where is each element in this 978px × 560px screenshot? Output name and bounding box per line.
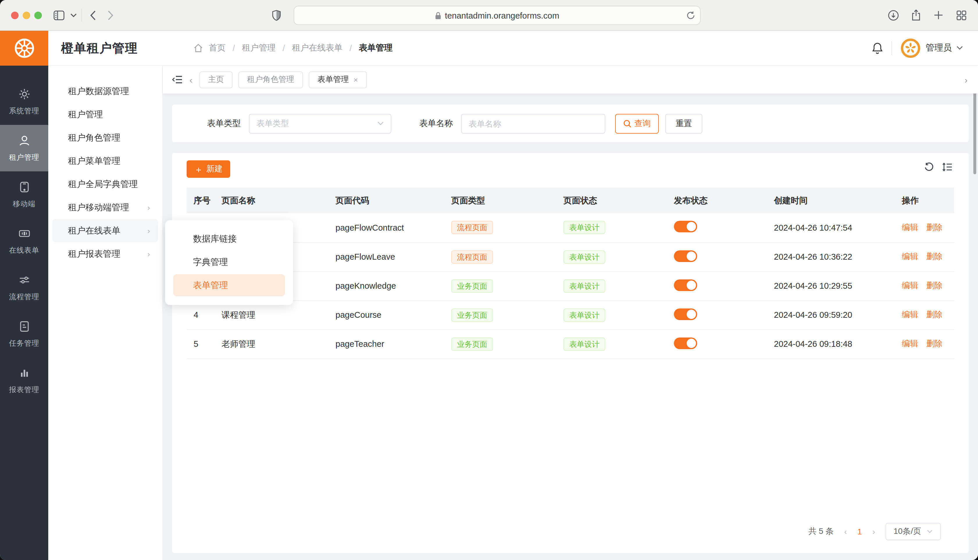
chevron-right-icon: › bbox=[147, 250, 150, 258]
table-header-row: 序号 页面名称 页面代码 页面类型 页面状态 发布状态 创建时间 操作 bbox=[187, 188, 954, 213]
total-count: 共 5 条 bbox=[809, 526, 834, 537]
sidebar-toggle-icon[interactable] bbox=[50, 7, 67, 24]
chevron-down-icon bbox=[927, 530, 933, 533]
home-icon bbox=[194, 43, 203, 53]
rail-item-mobile[interactable]: 移动端 bbox=[0, 172, 48, 218]
reload-icon[interactable] bbox=[687, 11, 695, 20]
flyout-item-dictionary[interactable]: 字典管理 bbox=[173, 251, 285, 273]
zoom-window-button[interactable] bbox=[34, 11, 42, 19]
edit-link[interactable]: 编辑 bbox=[902, 281, 918, 290]
publish-toggle[interactable] bbox=[674, 308, 697, 320]
edit-link[interactable]: 编辑 bbox=[902, 339, 918, 348]
col-page-type: 页面类型 bbox=[444, 188, 557, 213]
delete-link[interactable]: 删除 bbox=[926, 222, 943, 232]
forward-button[interactable] bbox=[102, 7, 119, 24]
rail-item-workflow[interactable]: 流程管理 bbox=[0, 264, 48, 311]
next-page-icon[interactable]: › bbox=[873, 527, 875, 536]
delete-link[interactable]: 删除 bbox=[926, 339, 943, 348]
breadcrumb: 首页 / 租户管理 / 租户在线表单 / 表单管理 bbox=[194, 42, 393, 53]
forms-table: 序号 页面名称 页面代码 页面类型 页面状态 发布状态 创建时间 操作 bbox=[187, 188, 954, 359]
rail-item-tenant[interactable]: 租户管理 bbox=[0, 125, 48, 172]
breadcrumb-item[interactable]: 首页 bbox=[209, 42, 226, 53]
breadcrumb-item[interactable]: 租户管理 bbox=[242, 42, 276, 53]
downloads-icon[interactable] bbox=[884, 7, 902, 24]
form-type-select[interactable]: 表单类型 bbox=[249, 113, 391, 133]
sidebar-item-roles[interactable]: 租户角色管理 bbox=[52, 126, 158, 149]
tabs-scroll-right-icon[interactable]: › bbox=[965, 75, 968, 85]
share-icon[interactable] bbox=[907, 7, 925, 24]
current-page[interactable]: 1 bbox=[858, 527, 862, 536]
close-tab-icon[interactable]: × bbox=[354, 75, 358, 84]
toolbar-divider bbox=[81, 9, 82, 22]
close-window-button[interactable] bbox=[11, 11, 18, 19]
minimize-window-button[interactable] bbox=[23, 11, 30, 19]
page-type-tag: 业务页面 bbox=[451, 308, 493, 322]
publish-toggle[interactable] bbox=[674, 221, 697, 233]
tab-home[interactable]: 主页 bbox=[199, 71, 232, 88]
app-logo[interactable] bbox=[0, 30, 48, 65]
privacy-shield-icon[interactable] bbox=[272, 10, 281, 21]
desktop-background: tenantadmin.orangeforms.com bbox=[0, 0, 978, 560]
flyout-item-form-management[interactable]: 表单管理 bbox=[173, 274, 285, 296]
col-created-time: 创建时间 bbox=[767, 188, 895, 213]
sidebar-item-report-mgmt[interactable]: 租户报表管理› bbox=[52, 242, 158, 265]
delete-link[interactable]: 删除 bbox=[926, 281, 943, 290]
chevron-down-icon bbox=[377, 122, 384, 125]
page-status-tag: 表单设计 bbox=[563, 250, 605, 263]
delete-link[interactable]: 删除 bbox=[926, 252, 943, 261]
back-button[interactable] bbox=[84, 7, 102, 24]
new-tab-icon[interactable] bbox=[930, 7, 947, 24]
sidebar-item-mobile-mgmt[interactable]: 租户移动端管理› bbox=[52, 196, 158, 219]
breadcrumb-item[interactable]: 租户在线表单 bbox=[292, 42, 343, 53]
edit-link[interactable]: 编辑 bbox=[902, 222, 918, 232]
flyout-item-database-links[interactable]: 数据库链接 bbox=[173, 228, 285, 250]
col-page-code: 页面代码 bbox=[329, 188, 444, 213]
edit-link[interactable]: 编辑 bbox=[902, 252, 918, 261]
address-bar[interactable]: tenantadmin.orangeforms.com bbox=[294, 6, 700, 25]
page-type-tag: 流程页面 bbox=[451, 250, 493, 263]
chevron-right-icon: › bbox=[147, 203, 150, 212]
prev-page-icon[interactable]: ‹ bbox=[844, 527, 847, 536]
tab-form-management[interactable]: 表单管理 × bbox=[309, 71, 366, 88]
search-button[interactable]: 查询 bbox=[615, 113, 659, 133]
row-density-icon[interactable] bbox=[942, 162, 953, 172]
form-type-label: 表单类型 bbox=[207, 118, 241, 129]
sidebar-item-menus[interactable]: 租户菜单管理 bbox=[52, 149, 158, 173]
tab-overview-icon[interactable] bbox=[953, 7, 970, 24]
address-url: tenantadmin.orangeforms.com bbox=[445, 11, 559, 20]
page-status-tag: 表单设计 bbox=[563, 308, 605, 322]
sidebar-item-online-forms[interactable]: 租户在线表单› bbox=[52, 219, 158, 242]
table-row: pageKnowledge 业务页面 表单设计 2024-04-26 10:29… bbox=[187, 271, 954, 300]
table-card: ＋ 新建 bbox=[172, 153, 969, 553]
sidebar-item-tenant[interactable]: 租户管理 bbox=[52, 103, 158, 126]
rail-item-tasks[interactable]: 任务管理 bbox=[0, 311, 48, 357]
rail-item-system[interactable]: 系统管理 bbox=[0, 78, 48, 125]
tab-bar: ‹ 主页 租户角色管理 表单管理 × › bbox=[163, 66, 978, 93]
online-form-icon bbox=[17, 227, 31, 240]
refresh-icon[interactable] bbox=[924, 162, 934, 172]
sidebar-item-datasource[interactable]: 租户数据源管理 bbox=[52, 80, 158, 103]
page-size-select[interactable]: 10条/页 bbox=[886, 523, 941, 540]
user-menu[interactable]: 管理员 bbox=[900, 37, 963, 58]
delete-link[interactable]: 删除 bbox=[926, 310, 943, 319]
user-icon bbox=[17, 133, 31, 148]
notification-bell-icon[interactable] bbox=[872, 42, 883, 54]
reset-button[interactable]: 重置 bbox=[665, 113, 702, 133]
edit-link[interactable]: 编辑 bbox=[902, 310, 918, 319]
rail-item-reports[interactable]: 报表管理 bbox=[0, 357, 48, 404]
tab-tenant-roles[interactable]: 租户角色管理 bbox=[238, 71, 303, 88]
publish-toggle[interactable] bbox=[674, 337, 697, 349]
sidebar-chevron-icon[interactable] bbox=[67, 7, 79, 24]
publish-toggle[interactable] bbox=[674, 250, 697, 262]
col-publish-status: 发布状态 bbox=[667, 188, 767, 213]
create-button[interactable]: ＋ 新建 bbox=[187, 160, 230, 178]
table-row: pageFlowContract 流程页面 表单设计 2024-04-26 10… bbox=[187, 213, 954, 242]
collapse-menu-icon[interactable] bbox=[172, 75, 182, 84]
sidebar-item-global-dict[interactable]: 租户全局字典管理 bbox=[52, 173, 158, 196]
pagination: 共 5 条 ‹ 1 › 10条/页 bbox=[809, 523, 941, 540]
publish-toggle[interactable] bbox=[674, 279, 697, 291]
tabs-scroll-left-icon[interactable]: ‹ bbox=[189, 75, 192, 85]
form-name-input[interactable] bbox=[461, 113, 605, 133]
page-status-tag: 表单设计 bbox=[563, 221, 605, 234]
rail-item-online-form[interactable]: 在线表单 bbox=[0, 218, 48, 264]
